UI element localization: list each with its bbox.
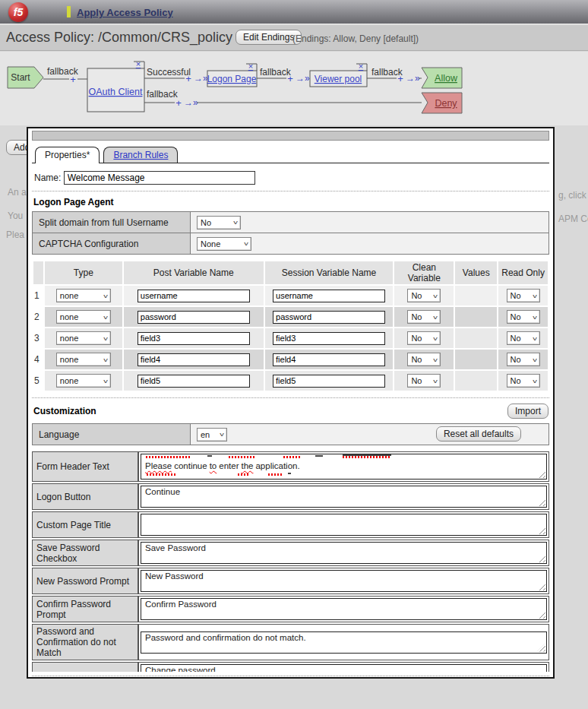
customization-form: Form Header Text Pleas [32,450,549,672]
session-variable-input[interactable] [273,353,385,366]
add-action-icon[interactable]: + [185,73,191,84]
clean-variable-select[interactable]: Nov [407,331,441,345]
read-only-select[interactable]: Nov [507,331,540,345]
policy-flow-diagram: Start fallback + × OAuth Client Successf… [0,52,588,125]
split-domain-select[interactable]: No v [197,216,241,229]
form-row: Password and Confirmation do not Match P… [32,624,549,660]
chevron-down-icon: v [533,293,537,299]
logon-page-link[interactable]: Logon Page [207,74,257,84]
form-field-label: Save Password Checkbox [32,540,138,566]
captcha-config-select[interactable]: None v [197,237,251,251]
add-action-icon[interactable]: + [175,97,182,109]
post-variable-input[interactable] [138,375,250,388]
resize-handle-icon[interactable] [537,610,545,619]
flow-arrow-icon: →» [406,73,420,84]
background-text: Plea [6,229,24,240]
new-password-prompt-textarea[interactable]: New Password [141,570,547,592]
close-node-icon[interactable]: × [359,62,363,71]
post-variable-input[interactable] [138,332,250,345]
apply-access-policy-link[interactable]: Apply Access Policy [77,7,173,18]
resize-handle-icon[interactable] [537,554,545,562]
change-password-textarea[interactable]: Change password [141,664,547,672]
table-row: 5 nonev Nov Nov [33,371,548,391]
reset-all-defaults-button[interactable]: Reset all defaults [436,426,521,442]
form-field-label: Change password [32,662,138,672]
successful-edge-label: Successful [147,67,191,78]
allow-ending-link[interactable]: Allow [435,73,458,84]
session-variable-input[interactable] [273,375,385,388]
type-select[interactable]: nonev [56,289,111,302]
background-text: APM Co [558,214,588,224]
background-text: You [8,210,23,221]
resize-handle-icon[interactable] [537,498,545,506]
form-field-label: Password and Confirmation do not Match [32,624,138,660]
type-select[interactable]: nonev [56,353,111,366]
column-header: Read Only [498,261,548,284]
background-text: An a [8,187,27,198]
add-action-icon[interactable]: + [287,73,293,84]
section-heading-logon-page-agent: Logon Page Agent [33,197,549,207]
read-only-select[interactable]: Nov [507,289,540,302]
type-select[interactable]: nonev [56,331,111,345]
post-variable-input[interactable] [138,353,250,366]
type-select[interactable]: nonev [56,310,111,324]
post-variable-input[interactable] [138,311,250,324]
chevron-down-icon: v [244,240,248,247]
page-title: Access Policy: /Common/CRS_policy [6,30,232,46]
dialog-title-bar[interactable] [32,131,549,141]
values-cell [455,328,497,348]
session-variable-input[interactable] [273,311,385,324]
close-node-icon[interactable]: × [136,59,141,68]
fallback-edge-label: fallback [147,89,179,100]
resize-handle-icon[interactable] [537,644,545,652]
row-number: 1 [33,286,43,305]
flow-arrow-icon: →» [296,73,310,84]
chevron-down-icon: v [220,431,224,438]
tab-properties[interactable]: Properties* [35,147,100,163]
resize-handle-icon[interactable] [537,582,545,590]
form-field-label: Confirm Password Prompt [32,596,138,622]
oauth-client-link[interactable]: OAuth Client [89,87,143,97]
clean-variable-select[interactable]: Nov [407,289,441,302]
setting-label: Split domain from full Username [33,212,191,233]
language-select[interactable]: en v [197,428,227,442]
form-row: Confirm Password Prompt Confirm Password [32,596,549,622]
close-node-icon[interactable]: × [248,62,253,71]
clean-variable-select[interactable]: Nov [407,310,441,324]
read-only-select[interactable]: Nov [507,353,540,366]
separator [32,397,549,398]
language-table: Language en v Reset all defaults [32,423,549,445]
logon-button-textarea[interactable]: Continue [141,486,547,508]
resize-handle-icon[interactable] [537,526,545,534]
chevron-down-icon: v [103,378,108,385]
confirm-password-prompt-textarea[interactable]: Confirm Password [141,598,547,620]
add-action-icon[interactable]: + [70,74,76,85]
values-cell [455,286,497,305]
f5-logo[interactable]: f5 [8,2,28,22]
type-select[interactable]: nonev [56,374,111,388]
clean-variable-select[interactable]: Nov [407,374,441,388]
section-heading-customization: Customization [33,406,96,416]
read-only-select[interactable]: Nov [507,310,540,324]
deny-ending-link[interactable]: Deny [435,98,457,109]
post-variable-input[interactable] [138,290,250,302]
flow-arrow-icon: →» [184,97,198,108]
form-header-textarea[interactable]: Pleasecontinuetoentertheapplication. [141,454,547,480]
form-row: Form Header Text Pleas [32,451,549,482]
session-variable-input[interactable] [273,290,385,302]
add-action-icon[interactable]: + [397,73,403,84]
custom-page-title-textarea[interactable] [141,514,547,536]
clean-variable-select[interactable]: Nov [407,353,441,366]
chevron-down-icon: v [434,335,438,342]
chevron-down-icon: v [434,356,438,363]
chevron-down-icon: v [434,314,438,321]
save-password-checkbox-textarea[interactable]: Save Password [141,542,547,564]
session-variable-input[interactable] [273,332,385,345]
name-input[interactable] [64,171,255,185]
viewer-pool-link[interactable]: Viewer pool [315,74,362,84]
import-button[interactable]: Import [507,404,548,419]
tab-branch-rules[interactable]: Branch Rules [103,147,178,163]
read-only-select[interactable]: Nov [507,374,540,388]
password-mismatch-textarea[interactable]: Password and confirmation do not match. [141,631,547,654]
separator [32,191,549,191]
